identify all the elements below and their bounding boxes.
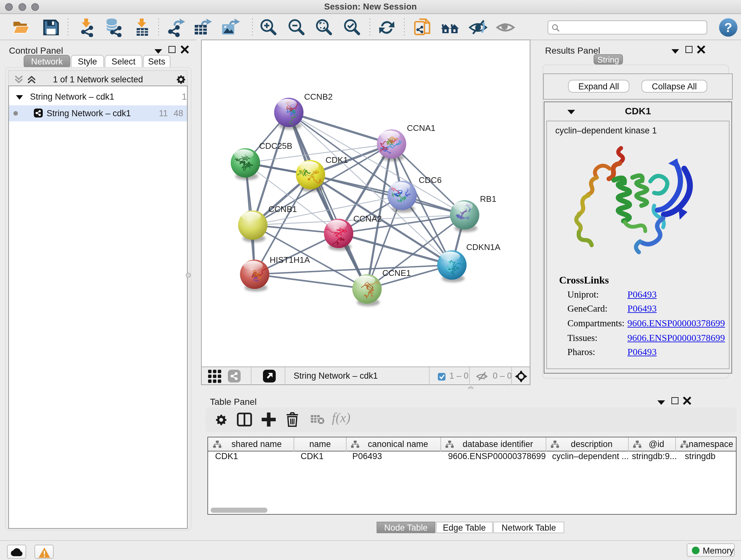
svg-text:HIST1H1A: HIST1H1A [270,255,310,265]
svg-text:CCNA2: CCNA2 [353,214,382,224]
svg-text:CCNB1: CCNB1 [268,204,297,214]
svg-text:RB1: RB1 [480,194,496,204]
svg-text:CCNE1: CCNE1 [382,268,411,278]
svg-text:CDC25B: CDC25B [259,141,292,151]
svg-text:?: ? [724,20,732,35]
svg-text:CCNA1: CCNA1 [407,123,435,133]
svg-text:CDKN1A: CDKN1A [466,242,500,252]
svg-text:CCNB2: CCNB2 [304,92,333,102]
svg-text:CDK1: CDK1 [326,155,348,165]
svg-text:CDC6: CDC6 [419,175,442,185]
